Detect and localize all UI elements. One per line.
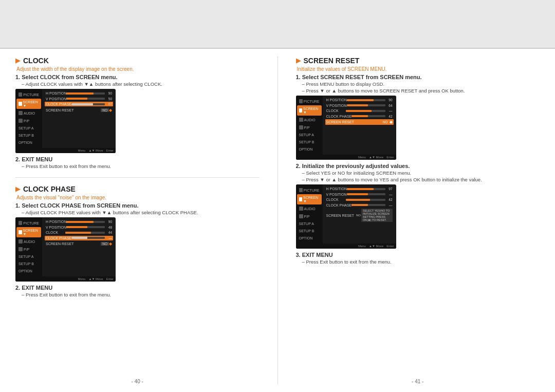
clock-phase-step1-label: 1. Select CLOCK PHASE from SCREEN menu. bbox=[15, 202, 260, 209]
clock-phase-title: ▶ CLOCK PHASE bbox=[15, 185, 260, 193]
sr2-row-hpos: H POSITION 97 bbox=[325, 186, 394, 191]
sr2-row-clockphase: CLOCK PHASE — bbox=[325, 203, 394, 208]
sr-osd2-setupa: SETUP A bbox=[297, 220, 322, 227]
clock-phase-osd-bottom: Menu▲▼ MoveEnter bbox=[42, 276, 116, 282]
clock-arrow-icon: ▶ bbox=[15, 57, 20, 64]
clock-osd-sidebar: PICTURE SCREEN ▼ AUDIO P/P SETUP A SETUP… bbox=[15, 89, 42, 153]
sr-step1-sub1: Press MENU button to display OSD. bbox=[302, 81, 540, 87]
osd2-row-hpos: H POSITION 90 bbox=[45, 219, 113, 224]
osd2-item-pip: P/P bbox=[16, 246, 41, 253]
clock-phase-osd-sidebar: PICTURE SCREEN ▼ AUDIO P/P SETUP A SETUP… bbox=[15, 217, 42, 282]
sr2-row-vpos: V POSITION — bbox=[325, 192, 394, 197]
clock-step2-label: 2. EXIT MENU bbox=[15, 156, 260, 162]
osd2-item-picture: PICTURE bbox=[16, 219, 41, 227]
clock-osd: PICTURE SCREEN ▼ AUDIO P/P SETUP A SETUP… bbox=[15, 89, 260, 153]
osd2-item-setupb: SETUP B bbox=[16, 260, 41, 267]
osd-item-audio: AUDIO bbox=[16, 109, 41, 117]
sr-osd2: PICTURE SCREEN ▼ AUDIO P/P SETUP A SETUP… bbox=[296, 184, 540, 249]
sr1-row-clockphase: CLOCK PHASE 42 bbox=[325, 114, 394, 119]
clock-title: ▶ CLOCK bbox=[15, 57, 260, 65]
screen-reset-section: ▶ SCREEN RESET Initialize the values of … bbox=[296, 57, 540, 266]
clock-phase-step2-sub: Press Exit button to exit from the menu. bbox=[22, 292, 260, 297]
section-divider bbox=[15, 177, 260, 178]
osd-row-screenreset: SCREEN RESET NO ◆ bbox=[45, 107, 113, 113]
clock-step1-sub: Adjust CLOCK values with ▼▲ buttons afte… bbox=[22, 81, 260, 87]
clock-phase-title-text: CLOCK PHASE bbox=[23, 185, 76, 193]
sr-osd1-picture: PICTURE bbox=[297, 98, 322, 105]
content-area: ▶ CLOCK Adjust the width of the display … bbox=[0, 49, 555, 392]
sr-osd2-main: H POSITION 97 V POSITION — bbox=[323, 184, 396, 244]
clock-subtitle: Adjust the width of the display image on… bbox=[16, 66, 260, 72]
osd-item-option: OPTION bbox=[16, 139, 41, 146]
sr-osd1-pip: P/P bbox=[297, 124, 322, 131]
sr-osd1: PICTURE SCREEN ▼ AUDIO P/P SETUP A SETUP… bbox=[296, 96, 540, 160]
clock-phase-section: ▶ CLOCK PHASE Adjusts the visual "noise"… bbox=[15, 185, 260, 298]
right-page-num: - 41 - bbox=[296, 375, 540, 384]
right-column: ▶ SCREEN RESET Initialize the values of … bbox=[296, 57, 540, 384]
sr-step2-sub2: Press ▼ or ▲ buttons to move to YES and … bbox=[302, 177, 540, 182]
osd-row-clock: CLOCK PHASE 67 bbox=[45, 102, 113, 106]
left-page-num: - 40 - bbox=[15, 375, 260, 384]
sr1-row-clock: CLOCK — bbox=[325, 108, 394, 113]
clock-phase-subtitle: Adjusts the visual "noise" on the image. bbox=[16, 195, 260, 200]
sr-osd2-setupb: SETUP B bbox=[297, 228, 322, 234]
sr-osd1-bottom: Menu▲▼ MoveEnter bbox=[323, 155, 396, 160]
osd-item-picture: PICTURE bbox=[16, 91, 41, 98]
sr-osd2-pip: P/P bbox=[297, 213, 322, 220]
clock-step1-label: 1. Select CLOCK from SCREEN menu. bbox=[15, 74, 260, 80]
sr-osd2-sidebar: PICTURE SCREEN ▼ AUDIO P/P SETUP A SETUP… bbox=[296, 184, 323, 249]
osd-item-setupa: SETUP A bbox=[16, 125, 41, 132]
sr-osd1-sidebar: PICTURE SCREEN ▼ AUDIO P/P SETUP A SETUP… bbox=[296, 96, 323, 160]
sr-osd1-audio: AUDIO bbox=[297, 116, 322, 123]
sr1-row-vpos: V POSITION 64 bbox=[325, 103, 394, 108]
sr2-row-screenreset: SCREEN RESET NO SELECT YES/NO TO INITIAL… bbox=[325, 208, 394, 222]
osd2-row-clock: CLOCK 44 bbox=[45, 230, 113, 235]
sr-osd2-option: OPTION bbox=[297, 235, 322, 241]
clock-section: ▶ CLOCK Adjust the width of the display … bbox=[15, 57, 260, 170]
clock-osd-box: PICTURE SCREEN ▼ AUDIO P/P SETUP A SETUP… bbox=[15, 89, 116, 153]
page-container: ▶ CLOCK Adjust the width of the display … bbox=[0, 0, 555, 392]
sr1-row-hpos: H POSITION 90 bbox=[325, 98, 394, 102]
screen-reset-title: ▶ SCREEN RESET bbox=[296, 57, 540, 65]
sr2-row-clock: CLOCK 42 bbox=[325, 197, 394, 202]
screen-reset-title-text: SCREEN RESET bbox=[304, 57, 360, 65]
clock-osd-main: H POSITION 90 V POSITION 50 bbox=[42, 89, 116, 148]
clock-osd-bottom: Menu▲▼ MoveEnter bbox=[42, 148, 116, 153]
osd-item-setupb: SETUP B bbox=[16, 132, 41, 139]
vertical-divider bbox=[278, 57, 278, 384]
sr-osd1-setupb: SETUP B bbox=[297, 139, 322, 145]
osd2-item-screen: SCREEN ▼ bbox=[16, 227, 41, 237]
clock-phase-step2-label: 2. EXIT MENU bbox=[15, 285, 260, 291]
clock-phase-step1-sub: Adjust CLOCK PHASE values with ▼▲ button… bbox=[22, 210, 260, 215]
osd-item-screen: SCREEN ▼ bbox=[16, 99, 41, 109]
top-bar bbox=[0, 0, 555, 49]
osd-row-hpos: H POSITION 90 bbox=[45, 91, 113, 96]
osd-item-pip: P/P bbox=[16, 117, 41, 124]
clock-title-text: CLOCK bbox=[23, 57, 49, 65]
clock-phase-osd-box: PICTURE SCREEN ▼ AUDIO P/P SETUP A SETUP… bbox=[15, 217, 116, 282]
screen-reset-subtitle: Initialize the values of SCREEN MENU. bbox=[297, 66, 540, 72]
osd2-row-vpos: V POSITION 48 bbox=[45, 225, 113, 230]
osd2-item-option: OPTION bbox=[16, 268, 41, 274]
sr-step1-sub2: Press ▼ or ▲ buttons to move to SCREEN R… bbox=[302, 88, 540, 94]
osd2-row-screenreset: SCREEN RESET NO ◆ bbox=[45, 241, 113, 247]
sr-osd2-box: PICTURE SCREEN ▼ AUDIO P/P SETUP A SETUP… bbox=[296, 184, 396, 249]
osd2-row-clockphase: CLOCK PHASE — bbox=[45, 236, 113, 240]
clock-phase-arrow-icon: ▶ bbox=[15, 185, 20, 193]
screen-reset-arrow-icon: ▶ bbox=[296, 57, 301, 64]
sr-osd2-screen: SCREEN ▼ bbox=[297, 194, 322, 204]
sr-step3-sub: Press Exit button to exit from the menu. bbox=[302, 259, 540, 265]
sr-osd1-screen: SCREEN ▼ bbox=[297, 105, 322, 116]
sr-osd1-option: OPTION bbox=[297, 146, 322, 153]
sr-step1-label: 1. Select SCREEN RESET from SCREEN menu. bbox=[296, 74, 540, 80]
left-column: ▶ CLOCK Adjust the width of the display … bbox=[15, 57, 260, 384]
sr-step3-label: 3. EXIT MENU bbox=[296, 252, 540, 258]
sr-osd2-bottom: Menu▲▼ MoveEnter bbox=[323, 244, 396, 249]
clock-phase-osd: PICTURE SCREEN ▼ AUDIO P/P SETUP A SETUP… bbox=[15, 217, 260, 282]
sr-osd2-audio: AUDIO bbox=[297, 205, 322, 212]
sr-osd1-box: PICTURE SCREEN ▼ AUDIO P/P SETUP A SETUP… bbox=[296, 96, 396, 160]
osd2-item-setupa: SETUP A bbox=[16, 253, 41, 260]
sr-step2-sub1: Select YES or NO for initializing SCREEN… bbox=[302, 170, 540, 176]
sr1-row-screenreset: SCREEN RESET NO ◆ bbox=[325, 119, 394, 125]
sr-osd1-main: H POSITION 90 V POSITION 64 bbox=[323, 96, 396, 155]
